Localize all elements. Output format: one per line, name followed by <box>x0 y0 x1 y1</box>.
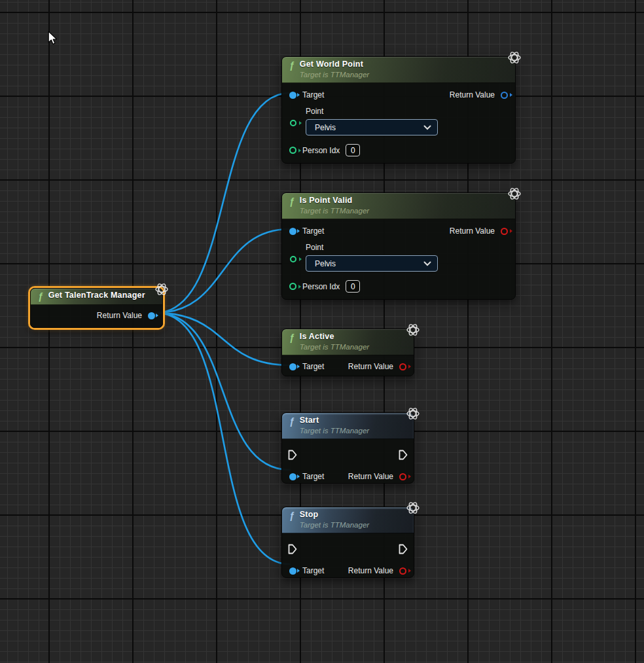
person-idx-label: Person Idx <box>302 146 340 155</box>
target-label: Target <box>302 90 324 99</box>
target-pin[interactable] <box>289 363 296 370</box>
node-start[interactable]: ƒ Start Target is TTManager Target Retur… <box>281 412 414 484</box>
node-corner-knot-icon <box>405 500 421 516</box>
return-value-label: Return Value <box>348 472 393 481</box>
target-label: Target <box>302 362 324 371</box>
return-value-pin[interactable] <box>148 312 155 319</box>
node-get-world-point[interactable]: ƒ Get World Point Target is TTManager Ta… <box>281 56 516 164</box>
target-pin[interactable] <box>289 473 296 480</box>
return-value-label: Return Value <box>450 90 495 99</box>
node-is-active[interactable]: ƒ Is Active Target is TTManager Target R… <box>281 329 414 376</box>
function-icon: ƒ <box>38 291 43 302</box>
node-subtitle: Target is TTManager <box>300 520 369 529</box>
person-idx-label: Person Idx <box>302 282 340 291</box>
node-header[interactable]: ƒ Is Point Valid Target is TTManager <box>282 193 515 219</box>
wire-manager-to-stop[interactable] <box>156 313 290 564</box>
exec-input-pin[interactable] <box>288 450 297 460</box>
node-title: Stop <box>300 510 369 520</box>
point-pin[interactable] <box>290 256 296 262</box>
wire-manager-to-is-active[interactable] <box>156 313 290 365</box>
point-dropdown[interactable]: Pelvis <box>306 119 438 135</box>
person-idx-input[interactable]: 0 <box>346 144 360 156</box>
function-icon: ƒ <box>289 511 295 521</box>
return-value-pin[interactable] <box>501 228 508 235</box>
person-idx-pin[interactable] <box>289 283 296 290</box>
chevron-down-icon <box>423 125 431 130</box>
node-title: Start <box>300 416 369 425</box>
target-label: Target <box>302 226 324 236</box>
return-value-label: Return Value <box>348 362 393 371</box>
return-value-label: Return Value <box>348 566 393 575</box>
exec-input-pin[interactable] <box>288 544 297 554</box>
return-value-pin[interactable] <box>399 363 406 370</box>
target-pin[interactable] <box>289 228 296 235</box>
node-get-talentrack-manager[interactable]: ƒ Get TalenTrack Manager Return Value <box>30 288 163 328</box>
node-is-point-valid[interactable]: ƒ Is Point Valid Target is TTManager Tar… <box>281 192 516 300</box>
target-label: Target <box>302 472 324 481</box>
node-corner-knot-icon <box>405 406 421 421</box>
point-dropdown-value: Pelvis <box>315 259 336 268</box>
wire-manager-to-get-world-point[interactable] <box>156 93 290 313</box>
node-title: Is Point Valid <box>300 196 369 206</box>
node-header[interactable]: ƒ Get World Point Target is TTManager <box>282 57 515 83</box>
target-pin[interactable] <box>289 92 296 99</box>
point-dropdown-value: Pelvis <box>315 123 336 132</box>
node-subtitle: Target is TTManager <box>300 206 369 215</box>
point-label: Point <box>306 107 515 116</box>
return-value-pin[interactable] <box>399 473 406 480</box>
point-dropdown[interactable]: Pelvis <box>306 255 438 272</box>
function-icon: ƒ <box>289 196 295 207</box>
target-pin[interactable] <box>289 567 296 575</box>
mouse-cursor <box>47 31 58 45</box>
point-label: Point <box>306 243 515 252</box>
function-icon: ƒ <box>289 60 295 71</box>
function-icon: ƒ <box>289 416 295 427</box>
return-value-label: Return Value <box>450 226 495 236</box>
return-value-pin[interactable] <box>399 567 406 575</box>
node-title: Is Active <box>300 332 369 342</box>
return-value-pin[interactable] <box>501 92 508 99</box>
target-label: Target <box>302 566 324 575</box>
node-title: Get World Point <box>300 60 369 69</box>
person-idx-input[interactable]: 0 <box>346 280 360 293</box>
node-corner-knot-icon <box>405 322 421 338</box>
node-header[interactable]: ƒ Is Active Target is TTManager <box>282 329 414 355</box>
node-corner-knot-icon <box>507 50 522 65</box>
blueprint-graph-canvas[interactable]: { "app": "Unreal Engine Blueprint Graph … <box>0 0 644 663</box>
node-title: Get TalenTrack Manager <box>48 291 145 300</box>
node-corner-knot-icon <box>154 281 170 297</box>
exec-output-pin[interactable] <box>399 544 408 554</box>
return-value-label: Return Value <box>97 311 142 320</box>
node-stop[interactable]: ƒ Stop Target is TTManager Target Return… <box>281 507 414 578</box>
node-header[interactable]: ƒ Stop Target is TTManager <box>282 507 414 533</box>
exec-output-pin[interactable] <box>399 450 408 460</box>
person-idx-pin[interactable] <box>289 147 296 154</box>
node-corner-knot-icon <box>507 186 522 202</box>
node-subtitle: Target is TTManager <box>300 342 369 351</box>
node-subtitle: Target is TTManager <box>300 426 369 435</box>
chevron-down-icon <box>423 261 431 266</box>
wire-manager-to-start[interactable] <box>156 313 290 470</box>
node-subtitle: Target is TTManager <box>300 70 369 79</box>
point-pin[interactable] <box>290 120 296 126</box>
wire-manager-to-is-point-valid[interactable] <box>156 229 290 313</box>
node-header[interactable]: ƒ Get TalenTrack Manager <box>31 289 162 305</box>
function-icon: ƒ <box>289 332 295 343</box>
node-header[interactable]: ƒ Start Target is TTManager <box>282 413 414 439</box>
